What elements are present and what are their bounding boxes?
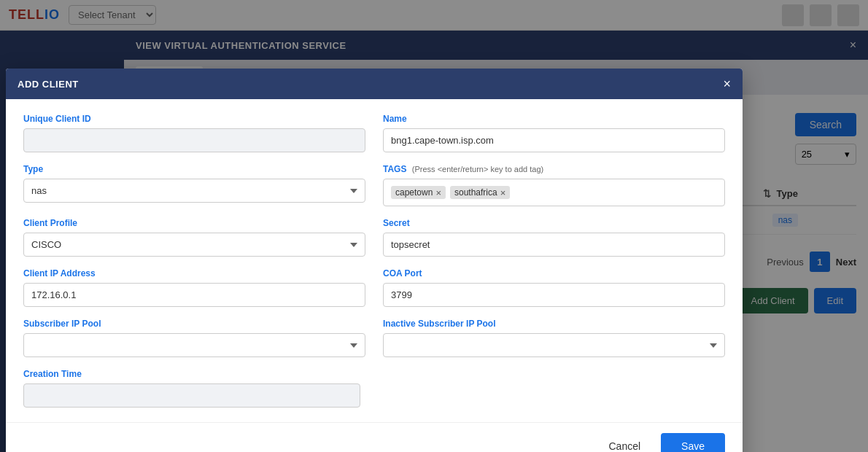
modal-title: ADD CLIENT	[18, 79, 79, 90]
tags-container[interactable]: capetown × southafrica ×	[383, 179, 725, 206]
coa-port-label: COA Port	[383, 268, 725, 278]
inactive-subscriber-ip-label: Inactive Subscriber IP Pool	[383, 319, 725, 329]
secret-group: Secret	[383, 218, 725, 257]
tags-group: TAGS (Press <enter/return> key to add ta…	[383, 164, 725, 206]
modal-header: ADD CLIENT ×	[6, 69, 743, 99]
subscriber-ip-label: Subscriber IP Pool	[23, 319, 365, 329]
save-button[interactable]: Save	[661, 433, 725, 452]
tag-capetown: capetown ×	[391, 186, 446, 199]
modal-footer: Cancel Save	[6, 422, 743, 452]
name-label: Name	[383, 114, 725, 124]
unique-client-id-label: Unique Client ID	[23, 114, 365, 124]
inactive-subscriber-ip-group: Inactive Subscriber IP Pool	[383, 319, 725, 357]
cancel-button[interactable]: Cancel	[597, 435, 652, 452]
unique-client-id-group: Unique Client ID	[23, 114, 365, 152]
secret-input[interactable]	[383, 233, 725, 257]
tags-hint: (Press <enter/return> key to add tag)	[412, 165, 543, 174]
tags-label: TAGS (Press <enter/return> key to add ta…	[383, 164, 725, 174]
subscriber-ip-select[interactable]	[23, 333, 365, 357]
modal-close-icon[interactable]: ×	[723, 77, 731, 90]
client-profile-label: Client Profile	[23, 218, 365, 228]
tag-southafrica-remove[interactable]: ×	[500, 188, 506, 198]
type-group: Type nas radius diameter	[23, 164, 365, 206]
client-profile-group: Client Profile CISCO JUNIPER HUAWEI	[23, 218, 365, 257]
subscriber-ip-group: Subscriber IP Pool	[23, 319, 365, 357]
type-select[interactable]: nas radius diameter	[23, 179, 365, 203]
coa-port-group: COA Port	[383, 268, 725, 307]
inactive-subscriber-ip-select[interactable]	[383, 333, 725, 357]
tag-southafrica: southafrica ×	[450, 186, 510, 199]
name-group: Name	[383, 114, 725, 152]
client-ip-group: Client IP Address	[23, 268, 365, 307]
creation-time-group: Creation Time	[23, 369, 360, 408]
client-profile-select[interactable]: CISCO JUNIPER HUAWEI	[23, 233, 365, 257]
secret-label: Secret	[383, 218, 725, 228]
add-client-modal: ADD CLIENT × Unique Client ID Name Type …	[6, 69, 743, 452]
creation-time-input	[23, 383, 360, 408]
creation-time-label: Creation Time	[23, 369, 360, 379]
type-label: Type	[23, 164, 365, 174]
name-input[interactable]	[383, 128, 725, 152]
client-ip-label: Client IP Address	[23, 268, 365, 278]
modal-body: Unique Client ID Name Type nas radius di…	[6, 99, 743, 422]
coa-port-input[interactable]	[383, 283, 725, 307]
unique-client-id-input[interactable]	[23, 128, 365, 152]
tag-capetown-remove[interactable]: ×	[435, 188, 441, 198]
client-ip-input[interactable]	[23, 283, 365, 307]
